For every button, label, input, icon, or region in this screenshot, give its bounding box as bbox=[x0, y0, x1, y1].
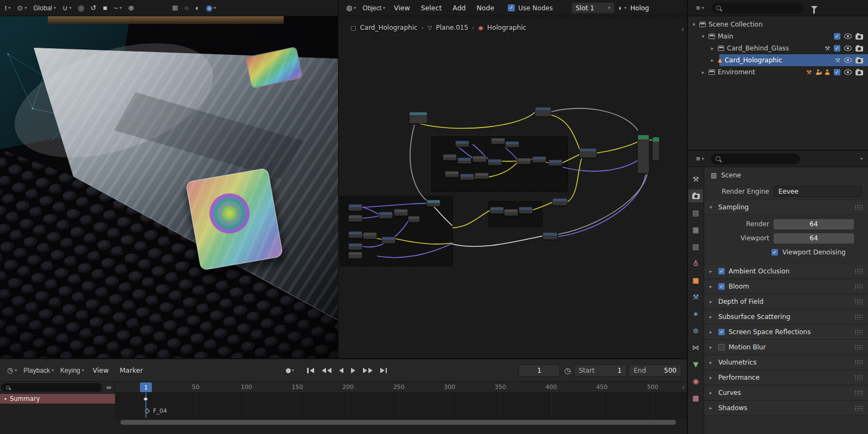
shader-node[interactable] bbox=[460, 174, 474, 180]
exclude-checkbox[interactable]: ✓ bbox=[834, 69, 840, 75]
frame-end-field[interactable]: End 500 bbox=[629, 365, 681, 376]
shader-node[interactable] bbox=[519, 207, 533, 214]
shader-node[interactable] bbox=[455, 141, 469, 147]
menu-node[interactable]: Node bbox=[472, 2, 500, 14]
render-camera-icon[interactable] bbox=[856, 70, 863, 75]
shader-node[interactable] bbox=[426, 200, 441, 207]
editor-type-dropdown[interactable]: ≡ ▾ bbox=[693, 153, 707, 165]
transform-orientation-dropdown[interactable]: Global ▾ bbox=[30, 2, 59, 14]
shader-node[interactable] bbox=[443, 154, 457, 161]
shader-node[interactable] bbox=[637, 135, 649, 174]
tool-tab[interactable]: ⚒ bbox=[688, 173, 703, 186]
shader-node[interactable] bbox=[409, 112, 427, 124]
shader-node[interactable] bbox=[542, 232, 558, 240]
shader-node[interactable] bbox=[348, 252, 362, 259]
shader-node[interactable] bbox=[491, 138, 505, 144]
person-badge-icon[interactable]: 6 bbox=[815, 69, 821, 75]
hide-eye-icon[interactable] bbox=[844, 34, 852, 39]
shader-node[interactable] bbox=[504, 209, 518, 216]
outliner-row-main[interactable]: ▾Main✓ bbox=[688, 30, 868, 42]
play-reverse-button[interactable] bbox=[336, 365, 346, 376]
frame-start-field[interactable]: Start 1 bbox=[574, 365, 627, 376]
drag-grip-icon[interactable] bbox=[854, 269, 863, 274]
material-tab[interactable]: ◉ bbox=[688, 374, 703, 387]
current-frame-field[interactable]: 1 bbox=[519, 365, 560, 376]
panel-motion-blur-header[interactable]: ▸✓Motion Blur bbox=[704, 340, 868, 355]
viewport-denoising-checkbox[interactable]: ✓ bbox=[771, 249, 778, 256]
drag-grip-icon[interactable] bbox=[854, 314, 863, 320]
drag-grip-icon[interactable] bbox=[854, 344, 863, 350]
outliner-row-card-holographic[interactable]: ▸▲Card_Holographic⚒ bbox=[688, 54, 868, 66]
outliner-row-enviroment[interactable]: ▸Enviroment⚒6✓ bbox=[688, 66, 868, 78]
shading-rendered-button[interactable]: ◉ ▾ bbox=[203, 2, 219, 14]
shader-node[interactable] bbox=[348, 215, 362, 222]
ruler-collapse-arrow[interactable]: ‹ bbox=[682, 384, 685, 391]
prev-keyframe-button[interactable] bbox=[319, 365, 334, 376]
editor-type-dropdown[interactable]: ◷ ▾ bbox=[4, 365, 20, 376]
render-samples-field[interactable]: 64 bbox=[774, 219, 854, 229]
drag-grip-icon[interactable] bbox=[854, 205, 863, 210]
shader-node[interactable] bbox=[394, 209, 408, 216]
panel-shadows-header[interactable]: ▸Shadows bbox=[704, 400, 868, 416]
slot-dropdown[interactable]: Slot 1 ▾ bbox=[571, 2, 615, 14]
object-data-tab[interactable]: ▼ bbox=[688, 358, 703, 371]
panel-curves-header[interactable]: ▸Curves bbox=[704, 385, 868, 400]
snapping-dropdown[interactable]: ∪ ▾ bbox=[60, 2, 74, 14]
shader-node[interactable] bbox=[348, 243, 362, 250]
panel-subsurface-scattering-header[interactable]: ▸Subsurface Scattering bbox=[704, 309, 868, 324]
menu-keying[interactable]: Keying ▾ bbox=[58, 365, 87, 376]
channel-search-input[interactable] bbox=[13, 384, 97, 391]
shader-node[interactable] bbox=[548, 159, 563, 166]
shader-node-editor[interactable]: ▢ Card_Holographic › ▽ Plane.015 › ◉ Hol… bbox=[338, 16, 687, 358]
render-tab[interactable] bbox=[688, 189, 703, 202]
play-button[interactable] bbox=[348, 365, 358, 376]
filter-funnel-icon[interactable] bbox=[811, 6, 818, 10]
shading-material-button[interactable]: ◐ bbox=[193, 2, 202, 14]
editor-type-dropdown[interactable]: ◍ ▾ bbox=[343, 2, 359, 14]
hide-eye-icon[interactable] bbox=[844, 58, 852, 63]
world-tab[interactable]: ♁ bbox=[688, 257, 703, 270]
panel-volumetrics-header[interactable]: ▸Volumetrics bbox=[704, 355, 868, 370]
shader-node[interactable] bbox=[408, 216, 420, 222]
menu-view[interactable]: View bbox=[88, 365, 114, 376]
shader-node[interactable] bbox=[348, 204, 362, 211]
panel-screen-space-reflections-header[interactable]: ▸✓Screen Space Reflections bbox=[704, 324, 868, 340]
expand-caret-icon[interactable]: ▸ bbox=[700, 69, 706, 75]
shading-wireframe-button[interactable]: ⊞ bbox=[169, 2, 181, 14]
bloom-checkbox[interactable]: ✓ bbox=[718, 283, 725, 290]
output-tab[interactable]: ▤ bbox=[688, 206, 703, 219]
particles-tab[interactable]: ∗ bbox=[688, 307, 703, 320]
shader-node[interactable] bbox=[473, 156, 487, 162]
next-keyframe-button[interactable] bbox=[360, 365, 375, 376]
drag-grip-icon[interactable] bbox=[854, 329, 863, 335]
properties-search-input[interactable] bbox=[724, 155, 795, 163]
expand-caret-icon[interactable]: ▾ bbox=[691, 22, 697, 27]
scene-tab[interactable]: ▧ bbox=[688, 240, 703, 253]
summary-channel-row[interactable]: ▾ Summary bbox=[0, 394, 115, 404]
drag-grip-icon[interactable] bbox=[854, 375, 863, 380]
constraints-tab[interactable]: ⋈ bbox=[688, 341, 703, 354]
hide-eye-icon[interactable] bbox=[844, 69, 852, 75]
shader-node[interactable] bbox=[535, 107, 551, 117]
shader-node[interactable] bbox=[505, 141, 519, 148]
person-icon[interactable] bbox=[825, 69, 830, 75]
shading-solid-button[interactable]: ○ bbox=[182, 2, 192, 14]
shader-node[interactable] bbox=[445, 171, 459, 177]
outliner-search-field[interactable] bbox=[711, 3, 803, 14]
screen-space-reflections-checkbox[interactable]: ✓ bbox=[718, 329, 725, 335]
render-camera-icon[interactable] bbox=[856, 46, 863, 52]
3d-viewport[interactable] bbox=[0, 16, 338, 358]
menu-view[interactable]: View bbox=[389, 2, 415, 14]
shader-type-dropdown[interactable]: Object ▾ bbox=[360, 2, 388, 14]
panel-sampling-header[interactable]: ▾ Sampling bbox=[704, 200, 868, 215]
shader-node[interactable] bbox=[363, 232, 377, 239]
proportional-editing-button[interactable]: ◎ bbox=[75, 2, 87, 14]
jump-to-end-button[interactable] bbox=[378, 365, 390, 376]
drag-grip-icon[interactable] bbox=[854, 299, 863, 304]
view-layer-tab[interactable]: ▦ bbox=[688, 223, 703, 236]
shader-node[interactable] bbox=[517, 158, 531, 164]
physics-tab[interactable]: ⊚ bbox=[688, 324, 703, 337]
tools-icon[interactable]: ⚒ bbox=[835, 58, 840, 63]
object-mode-dropdown[interactable]: t ▾ bbox=[2, 2, 13, 14]
keyframe-diamond[interactable] bbox=[143, 397, 149, 402]
